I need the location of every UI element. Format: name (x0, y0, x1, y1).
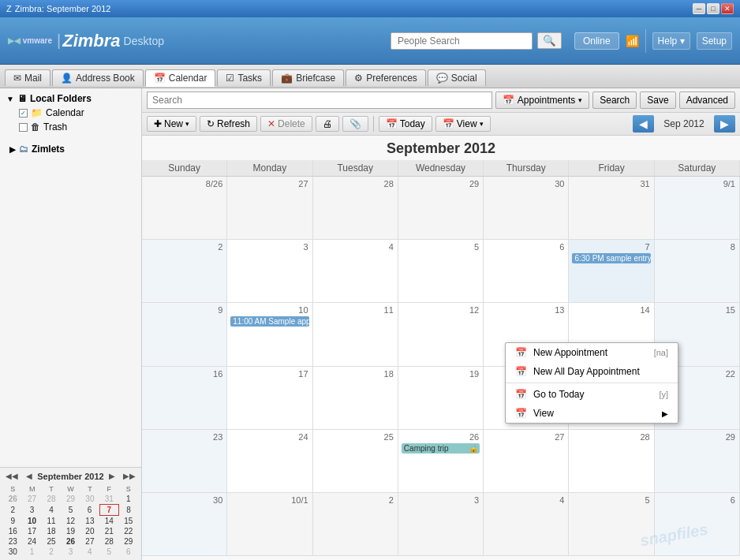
cal-cell[interactable]: 27 (484, 430, 569, 492)
prev-month-button[interactable]: ◀ (633, 115, 654, 133)
mini-cal-date[interactable]: 8 (119, 505, 138, 516)
cal-cell[interactable]: 30 (142, 493, 227, 555)
mini-cal-date[interactable]: 17 (22, 526, 41, 536)
mini-cal-date[interactable]: 28 (42, 494, 61, 505)
local-folders-header[interactable]: ▼ 🖥 Local Folders (3, 91, 138, 106)
search-button[interactable]: Search (592, 91, 637, 109)
tab-social[interactable]: 💬 Social (428, 69, 486, 86)
tab-preferences[interactable]: ⚙ Preferences (346, 69, 426, 86)
mini-cal-date[interactable]: 6 (80, 505, 99, 516)
appointments-button[interactable]: 📅 Appointments ▾ (495, 91, 589, 109)
search-input[interactable] (147, 91, 492, 109)
mini-cal-date[interactable]: 31 (99, 494, 118, 505)
tab-addressbook[interactable]: 👤 Address Book (52, 69, 144, 86)
mini-cal-date[interactable]: 3 (22, 505, 41, 516)
cal-cell[interactable]: 18 (313, 367, 398, 429)
mini-cal-date[interactable]: 19 (61, 526, 80, 536)
ctx-goto-today[interactable]: 📅 Go to Today [y] (506, 385, 678, 404)
cal-cell[interactable]: 30 (484, 177, 569, 239)
cal-cell[interactable]: 3 (227, 240, 312, 302)
cal-cell[interactable]: 19 (398, 367, 484, 429)
mini-cal-date[interactable]: 30 (3, 547, 22, 557)
cal-cell[interactable]: 24 (227, 430, 312, 492)
mini-cal-date[interactable]: 2 (42, 547, 61, 557)
mini-cal-date[interactable]: 29 (61, 494, 80, 505)
mini-cal-date[interactable]: 5 (61, 505, 80, 516)
new-button[interactable]: ✚ New ▾ (147, 116, 196, 132)
cal-cell[interactable]: 27 (227, 177, 312, 239)
cal-cell[interactable]: 25 (313, 430, 398, 492)
trash-checkbox[interactable] (19, 123, 28, 132)
mini-cal-next-month[interactable]: ▶ (107, 471, 118, 481)
mini-cal-date[interactable]: 11 (42, 516, 61, 527)
cal-cell[interactable]: 28 (313, 177, 398, 239)
cal-cell[interactable]: 9 (142, 303, 227, 365)
ctx-new-appointment[interactable]: 📅 New Appointment [na] (506, 343, 678, 362)
cal-cell[interactable]: 3 (398, 493, 484, 555)
calendar-checkbox[interactable]: ✓ (19, 109, 28, 118)
mini-cal-date[interactable]: 13 (80, 516, 99, 527)
mini-cal-date[interactable]: 6 (119, 547, 138, 557)
cal-cell[interactable]: 9/1 (655, 177, 740, 239)
maximize-button[interactable]: □ (707, 3, 719, 14)
tab-mail[interactable]: ✉ Mail (5, 69, 50, 86)
cal-cell-10[interactable]: 10 11:00 AM Sample appointment (227, 303, 312, 365)
cal-cell[interactable]: 4 (484, 493, 569, 555)
cal-cell[interactable]: 2 (313, 493, 398, 555)
cal-cell[interactable]: 8 (655, 240, 740, 302)
mini-cal-date[interactable]: 14 (99, 516, 118, 527)
cal-cell[interactable]: 29 (655, 430, 740, 492)
mini-cal-date[interactable]: 24 (22, 536, 41, 547)
mini-cal-date[interactable]: 26 (61, 536, 80, 547)
advanced-button[interactable]: Advanced (679, 91, 735, 109)
mini-cal-date[interactable]: 10 (22, 516, 41, 527)
mini-cal-date[interactable]: 16 (3, 526, 22, 536)
folder-trash[interactable]: 🗑 Trash (3, 120, 138, 134)
mini-cal-date[interactable]: 18 (42, 526, 61, 536)
cal-cell[interactable]: 16 (142, 367, 227, 429)
people-search-input[interactable] (391, 32, 533, 50)
mini-cal-date[interactable]: 25 (42, 536, 61, 547)
mini-cal-prev-year[interactable]: ◀◀ (3, 471, 21, 481)
refresh-button[interactable]: ↻ Refresh (200, 116, 257, 132)
cal-cell[interactable]: 29 (398, 177, 484, 239)
cal-cell[interactable]: 5 (569, 493, 654, 555)
mini-cal-date[interactable]: 26 (3, 494, 22, 505)
cal-event-camping[interactable]: Camping trip 🔒 (402, 443, 480, 454)
mini-cal-date[interactable]: 27 (22, 494, 41, 505)
cal-cell[interactable]: 31 (569, 177, 654, 239)
mini-cal-date[interactable]: 23 (3, 536, 22, 547)
setup-button[interactable]: Setup (697, 32, 732, 50)
ctx-view[interactable]: 📅 View ▶ (506, 404, 678, 423)
mini-cal-date[interactable]: 21 (99, 526, 118, 536)
cal-cell-4[interactable]: 4 (313, 240, 398, 302)
cal-event[interactable]: 11:00 AM Sample appointment (230, 316, 308, 327)
cal-cell[interactable]: 8/26 (142, 177, 227, 239)
cal-cell-26[interactable]: 26 Camping trip 🔒 (398, 430, 484, 492)
cal-cell[interactable]: 6 (655, 493, 740, 555)
mini-cal-date[interactable]: 9 (3, 516, 22, 527)
cal-event[interactable]: 6:30 PM sample entry (572, 253, 650, 263)
mini-cal-date[interactable]: 2 (3, 505, 22, 516)
mini-cal-date[interactable]: 12 (61, 516, 80, 527)
print-button[interactable]: 🖨 (316, 116, 339, 132)
cal-cell[interactable]: 10/1 (227, 493, 312, 555)
mini-cal-next-year[interactable]: ▶▶ (121, 471, 138, 481)
tab-briefcase[interactable]: 💼 Briefcase (272, 69, 344, 86)
today-button[interactable]: 📅 Today (379, 116, 432, 132)
mini-cal-date[interactable]: 3 (61, 547, 80, 557)
zimlets-header[interactable]: ▶ 🗂 Zimlets (6, 142, 135, 156)
cal-cell[interactable]: 11 (313, 303, 398, 365)
mini-cal-date[interactable]: 4 (80, 547, 99, 557)
save-button[interactable]: Save (640, 91, 675, 109)
cal-cell-28[interactable]: 28 (569, 430, 654, 492)
cal-cell-7[interactable]: 7 6:30 PM sample entry (569, 240, 654, 302)
search-icon-btn[interactable]: 🔍 (537, 32, 562, 49)
help-button[interactable]: Help ▾ (652, 32, 690, 50)
mini-cal-date[interactable]: 7 (99, 505, 118, 516)
mini-cal-date[interactable]: 29 (119, 536, 138, 547)
mini-cal-date[interactable]: 28 (99, 536, 118, 547)
mini-cal-prev-month[interactable]: ◀ (24, 471, 35, 481)
folder-calendar[interactable]: ✓ 📁 Calendar (3, 106, 138, 120)
mini-cal-date[interactable]: 27 (80, 536, 99, 547)
